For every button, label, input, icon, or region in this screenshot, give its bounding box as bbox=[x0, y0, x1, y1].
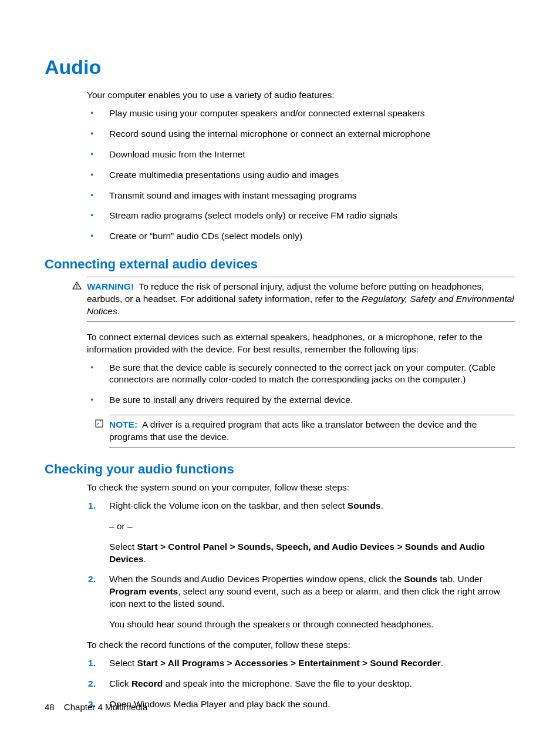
feature-list: Play music using your computer speakers … bbox=[87, 107, 515, 243]
step-alt: Select Start > Control Panel > Sounds, S… bbox=[109, 541, 515, 566]
list-item: Right-click the Volume icon on the taskb… bbox=[87, 500, 515, 566]
section-heading-checking: Checking your audio functions bbox=[45, 461, 515, 478]
tips-list: Be sure that the device cable is securel… bbox=[87, 362, 515, 407]
or-divider: – or – bbox=[109, 520, 515, 533]
list-item: Open Windows Media Player and play back … bbox=[87, 698, 515, 711]
warning-callout: WARNING! To reduce the risk of personal … bbox=[87, 277, 515, 322]
bold-text: Sounds bbox=[348, 500, 381, 510]
section-heading-connecting: Connecting external audio devices bbox=[45, 256, 515, 273]
step-text: . bbox=[144, 554, 146, 564]
list-item: When the Sounds and Audio Devices Proper… bbox=[87, 573, 515, 631]
step-text: When the Sounds and Audio Devices Proper… bbox=[109, 574, 404, 584]
page-number: 48 bbox=[45, 702, 55, 712]
svg-rect-2 bbox=[96, 420, 103, 427]
section2-body: To check the system sound on your comput… bbox=[87, 482, 515, 711]
note-label: NOTE: bbox=[109, 419, 137, 429]
page-footer: 48 Chapter 4 Multimedia bbox=[45, 701, 147, 713]
svg-point-1 bbox=[76, 287, 77, 288]
step-text: Right-click the Volume icon on the taskb… bbox=[109, 500, 348, 510]
bold-text: Sounds bbox=[404, 574, 437, 584]
note-text: A driver is a required program that acts… bbox=[109, 419, 477, 442]
step-text: Select bbox=[109, 658, 137, 668]
document-page: Audio Your computer enables you to use a… bbox=[0, 0, 560, 746]
section1-body: WARNING! To reduce the risk of personal … bbox=[87, 277, 515, 448]
page-title: Audio bbox=[45, 54, 515, 81]
section1-para: To connect external devices such as exte… bbox=[87, 331, 515, 356]
list-item: Create or “burn” audio CDs (select model… bbox=[87, 230, 515, 243]
step-text: tab. Under bbox=[437, 574, 483, 584]
list-item: Transmit sound and images with instant m… bbox=[87, 190, 515, 202]
step-result: You should hear sound through the speake… bbox=[109, 619, 515, 631]
step-text: Select bbox=[109, 542, 137, 552]
note-icon bbox=[94, 419, 104, 432]
warning-text-end: . bbox=[117, 306, 120, 316]
warning-icon bbox=[72, 281, 82, 293]
step-text: Click bbox=[109, 678, 131, 688]
system-sound-steps: Right-click the Volume icon on the taskb… bbox=[87, 500, 515, 631]
warning-label: WARNING! bbox=[87, 281, 134, 291]
section2-intro: To check the system sound on your comput… bbox=[87, 482, 515, 494]
bold-text: Program events bbox=[109, 586, 178, 596]
record-steps: Select Start > All Programs > Accessorie… bbox=[87, 657, 515, 711]
intro-text: Your computer enables you to use a varie… bbox=[87, 89, 515, 102]
list-item: Record sound using the internal micropho… bbox=[87, 128, 515, 140]
list-item: Select Start > All Programs > Accessorie… bbox=[87, 657, 515, 670]
bold-text: Record bbox=[131, 678, 163, 688]
step-text: . bbox=[381, 500, 383, 510]
step-text: . bbox=[441, 658, 443, 668]
list-item: Download music from the Internet bbox=[87, 149, 515, 161]
list-item: Be sure that the device cable is securel… bbox=[87, 362, 515, 387]
menu-path: Start > Control Panel > Sounds, Speech, … bbox=[109, 542, 485, 564]
list-item: Create multimedia presentations using au… bbox=[87, 169, 515, 182]
list-item: Be sure to install any drivers required … bbox=[87, 394, 515, 406]
menu-path: Start > All Programs > Accessories > Ent… bbox=[137, 658, 440, 668]
intro-block: Your computer enables you to use a varie… bbox=[87, 89, 515, 243]
list-item: Click Record and speak into the micropho… bbox=[87, 678, 515, 690]
chapter-label: Chapter 4 Multimedia bbox=[64, 702, 148, 712]
record-intro: To check the record functions of the com… bbox=[87, 639, 515, 651]
list-item: Play music using your computer speakers … bbox=[87, 107, 515, 120]
list-item: Stream radio programs (select models onl… bbox=[87, 210, 515, 222]
step-text: and speak into the microphone. Save the … bbox=[163, 678, 412, 688]
note-callout: NOTE: A driver is a required program tha… bbox=[109, 415, 515, 448]
